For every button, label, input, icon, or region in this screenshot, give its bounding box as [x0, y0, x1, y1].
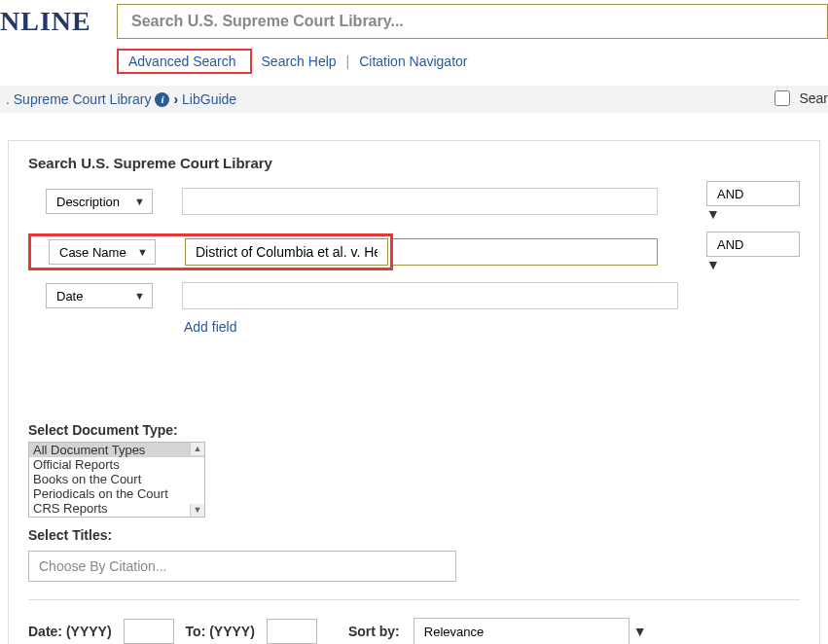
date-sort-row: Date: (YYYY) To: (YYYY) Sort by: Relevan… [28, 618, 800, 644]
doc-type-item[interactable]: All Document Types [29, 443, 204, 457]
doc-type-item[interactable]: Periodicals on the Court [29, 486, 204, 501]
main-search-input[interactable] [117, 4, 828, 39]
date-from-label: Date: (YYYY) [28, 624, 112, 639]
citation-navigator-link[interactable]: Citation Navigator [349, 54, 477, 69]
term-input-casename[interactable] [185, 238, 388, 266]
operator-select[interactable]: AND [706, 232, 800, 257]
breadcrumb: . Supreme Court Library i › LibGuide [0, 86, 828, 113]
titles-input[interactable] [28, 551, 456, 582]
operator-select[interactable]: AND [706, 181, 800, 206]
search-checkbox-label: Sear [799, 90, 828, 106]
search-toggle: Sear [771, 88, 828, 109]
scroll-down-icon[interactable]: ▼ [190, 504, 204, 517]
advanced-search-highlight: Advanced Search [117, 49, 252, 74]
brand-logo: NLINE [0, 6, 117, 37]
search-help-link[interactable]: Search Help [252, 54, 346, 69]
search-row: Case Name ▼ AND ▼ [28, 232, 800, 272]
doc-type-item[interactable]: Books on the Court [29, 472, 204, 486]
doc-type-list[interactable]: ▲ All Document Types Official Reports Bo… [28, 442, 205, 518]
add-field-link[interactable]: Add field [184, 319, 236, 335]
search-checkbox[interactable] [774, 90, 790, 106]
date-to-input[interactable] [267, 619, 317, 644]
search-rows: Description ▼ AND ▼ Case Name ▼ [28, 181, 800, 335]
breadcrumb-guide[interactable]: LibGuide [182, 91, 236, 107]
panel-title: Search U.S. Supreme Court Library [28, 155, 800, 171]
sub-links: Advanced Search Search Help | Citation N… [0, 43, 828, 80]
chevron-down-icon: ▼ [633, 624, 647, 639]
separator [28, 599, 800, 600]
field-select-casename[interactable]: Case Name [49, 239, 156, 265]
search-row: Description ▼ AND ▼ [28, 181, 800, 222]
doc-type-item[interactable]: Official Reports [29, 457, 204, 472]
field-select-date[interactable]: Date [46, 283, 153, 308]
doc-type-label: Select Document Type: [28, 422, 800, 438]
doc-type-item[interactable]: CRS Reports [29, 501, 204, 516]
titles-label: Select Titles: [28, 527, 800, 543]
info-icon[interactable]: i [155, 92, 169, 107]
term-input[interactable] [182, 282, 678, 309]
search-row: Date ▼ [28, 282, 800, 309]
header: NLINE [0, 0, 828, 43]
sort-select[interactable]: Relevance [414, 618, 630, 644]
breadcrumb-lib[interactable]: . Supreme Court Library [6, 91, 151, 107]
case-name-highlight: Case Name ▼ [28, 233, 393, 270]
sort-by-label: Sort by: [348, 624, 400, 639]
date-from-input[interactable] [124, 619, 174, 644]
chevron-right-icon: › [173, 91, 178, 107]
chevron-down-icon: ▼ [706, 206, 720, 222]
term-input-casename-ext[interactable] [393, 238, 658, 266]
scroll-up-icon[interactable]: ▲ [190, 443, 204, 455]
advanced-search-link[interactable]: Advanced Search [123, 54, 246, 69]
term-input[interactable] [182, 188, 658, 215]
date-to-label: To: (YYYY) [186, 624, 255, 639]
chevron-down-icon: ▼ [706, 257, 720, 272]
field-select-description[interactable]: Description [46, 189, 153, 214]
search-panel: Search U.S. Supreme Court Library Descri… [8, 140, 820, 644]
